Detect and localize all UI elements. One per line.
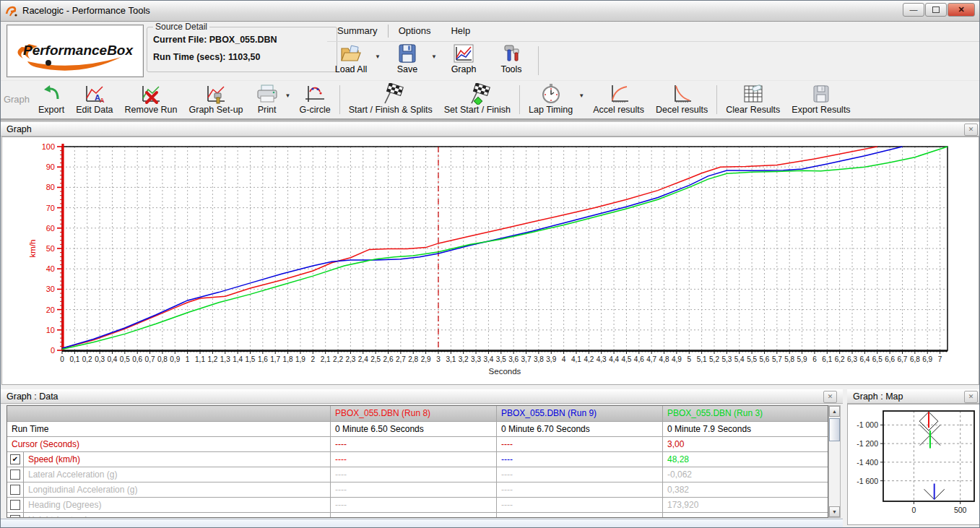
row-checkbox[interactable] — [10, 469, 20, 480]
svg-text:0: 0 — [912, 506, 916, 514]
graph-button[interactable]: Graph — [440, 42, 487, 78]
export-results-icon — [812, 83, 831, 105]
clear-results-label: Clear Results — [726, 105, 780, 115]
svg-text:7: 7 — [938, 355, 942, 363]
row-checkbox[interactable] — [10, 500, 20, 510]
graph-setup-icon — [204, 83, 227, 105]
status-strip — [1, 519, 843, 528]
maximize-button[interactable] — [925, 3, 947, 17]
svg-text:6,8: 6,8 — [910, 355, 920, 363]
minimize-button[interactable]: — — [903, 3, 924, 17]
value-cell: ---- — [496, 498, 662, 512]
svg-text:0,1: 0,1 — [69, 355, 79, 363]
load-all-button[interactable]: Load All — [327, 42, 375, 78]
save-label: Save — [383, 64, 431, 74]
graph-plot-area[interactable]: 00,10,20,30,40,50,60,70,80,911,11,21,31,… — [1, 137, 979, 385]
graph-panel-collapse-button[interactable]: ✕ — [964, 124, 978, 136]
export-results-button[interactable]: Export Results — [786, 81, 856, 117]
graph-panel: Graph ✕ 00,10,20,30,40,50,60,70,80,911,1… — [1, 122, 980, 385]
svg-text:1,2: 1,2 — [207, 355, 217, 363]
print-button[interactable]: Print — [249, 81, 285, 117]
svg-text:0,3: 0,3 — [95, 355, 105, 363]
row-label-cell: Cursor (Seconds) — [7, 437, 330, 451]
row-label: Lateral Acceleration (g) — [24, 467, 117, 482]
svg-text:1,3: 1,3 — [220, 355, 230, 363]
svg-text:3,6: 3,6 — [508, 355, 519, 363]
row-label-cell: Lateral Acceleration (g) — [7, 467, 330, 482]
accel-results-button[interactable]: Accel results — [587, 81, 650, 117]
row-checkbox[interactable] — [10, 515, 20, 518]
row-label-cell: Longitudinal Acceleration (g) — [7, 482, 330, 497]
svg-text:5,8: 5,8 — [784, 355, 794, 363]
menu-options[interactable]: Options — [389, 22, 441, 40]
value-cell: 0 Minute 6.50 Seconds — [330, 422, 496, 436]
graph-toolbar: Graph Export A A Edit Data Remove — [1, 80, 979, 119]
svg-text:6,3: 6,3 — [847, 355, 857, 363]
print-dropdown-arrow[interactable]: ▼ — [285, 81, 294, 117]
svg-text:0,6: 0,6 — [132, 355, 142, 363]
row-checkbox[interactable]: ✔ — [10, 454, 20, 464]
toolbar-separator — [519, 85, 520, 114]
close-button[interactable]: ✕ — [948, 3, 975, 17]
graph-label: Graph — [440, 64, 487, 74]
svg-text:0,7: 0,7 — [145, 355, 155, 363]
floppy-icon — [398, 43, 417, 64]
performancebox-logo-text: PerformanceBox — [23, 43, 134, 58]
data-panel-collapse-button[interactable]: ✕ — [823, 391, 837, 403]
edit-data-label: Edit Data — [76, 105, 113, 115]
value-cell: ---- — [496, 452, 662, 467]
clear-results-icon — [742, 83, 765, 105]
svg-text:500: 500 — [954, 506, 967, 514]
row-checkbox[interactable] — [10, 485, 20, 495]
row-label: Longitudinal Acceleration (g) — [24, 482, 137, 497]
value-cell — [662, 513, 828, 518]
svg-text:5,1: 5,1 — [697, 355, 707, 363]
lap-timing-dropdown-arrow[interactable]: ▼ — [578, 81, 587, 117]
remove-run-button[interactable]: Remove Run — [119, 81, 183, 117]
svg-text:4,8: 4,8 — [659, 355, 669, 363]
app-logo-icon — [5, 4, 18, 17]
set-start-finish-button[interactable]: Set Start / Finish — [438, 81, 516, 117]
column-header: PBOX_055.DBN (Run 9) — [496, 406, 662, 421]
svg-text:2,7: 2,7 — [396, 355, 406, 363]
svg-text:3,8: 3,8 — [534, 355, 544, 363]
graph-panel-header: Graph ✕ — [1, 122, 980, 137]
save-dropdown-arrow[interactable]: ▼ — [431, 42, 440, 78]
svg-text:20: 20 — [46, 306, 55, 314]
value-cell: ---- — [496, 437, 662, 451]
save-button[interactable]: Save — [383, 42, 431, 78]
lap-timing-button[interactable]: Lap Timing — [523, 81, 578, 117]
start-finish-splits-button[interactable]: Start / Finish & Splits — [343, 81, 438, 117]
header-region: PerformanceBox Source Detail Current Fil… — [1, 22, 979, 80]
value-cell: 0 Minute 7.9 Seconds — [662, 422, 828, 436]
scrollbar-thumb[interactable] — [829, 418, 840, 441]
load-all-dropdown-arrow[interactable]: ▼ — [375, 42, 383, 78]
svg-text:4,6: 4,6 — [634, 355, 644, 363]
scroll-up-button[interactable]: ▲ — [829, 406, 840, 417]
data-table-scrollbar[interactable]: ▲ ▼ — [828, 405, 841, 518]
svg-text:6,4: 6,4 — [859, 355, 870, 363]
menu-summary[interactable]: Summary — [327, 22, 388, 40]
export-button[interactable]: Export — [32, 81, 70, 117]
row-label-cell: ✔Speed (km/h) — [7, 452, 330, 467]
decel-results-button[interactable]: Decel results — [650, 81, 714, 117]
value-cell: ---- — [330, 437, 496, 451]
g-circle-button[interactable]: G-circle — [294, 81, 337, 117]
svg-text:2,1: 2,1 — [321, 355, 331, 363]
accel-curve-icon — [608, 83, 630, 105]
svg-text:1,5: 1,5 — [246, 355, 256, 363]
clear-results-button[interactable]: Clear Results — [720, 81, 786, 117]
svg-text:3: 3 — [436, 355, 441, 363]
map-panel-collapse-button[interactable]: ✕ — [964, 391, 978, 403]
scroll-down-button[interactable]: ▼ — [829, 506, 840, 517]
tools-button[interactable]: Tools — [487, 42, 535, 78]
svg-text:6,9: 6,9 — [922, 355, 932, 363]
graph-setup-button[interactable]: Graph Set-up — [183, 81, 249, 117]
menu-help[interactable]: Help — [441, 22, 480, 40]
svg-text:2,3: 2,3 — [345, 355, 355, 363]
edit-data-button[interactable]: A A Edit Data — [70, 81, 118, 117]
checkbox-cell: ✔ — [7, 452, 24, 467]
value-cell: ---- — [496, 482, 662, 497]
svg-text:-1 600: -1 600 — [857, 477, 878, 485]
row-label: Speed (km/h) — [24, 452, 80, 467]
